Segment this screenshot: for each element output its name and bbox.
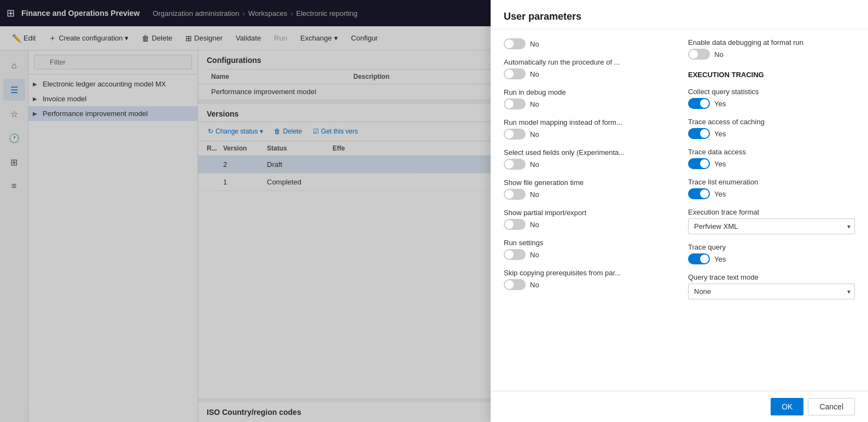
toggle-8-label: No bbox=[530, 251, 539, 259]
param-row-model-mapping: Run model mapping instead of form... No bbox=[504, 118, 671, 140]
ok-button[interactable]: OK bbox=[771, 398, 803, 415]
panel-header: User parameters bbox=[491, 0, 868, 30]
autorun-label: Automatically run the procedure of ... bbox=[504, 58, 671, 66]
trace-access-label: Trace access of caching bbox=[688, 118, 855, 126]
toggle-trace-list[interactable] bbox=[688, 188, 710, 199]
param-row-show-file-gen: Show file generation time No bbox=[504, 178, 671, 200]
param-row-collect-query: Collect query statistics Yes bbox=[688, 88, 855, 109]
toggle-6[interactable] bbox=[504, 189, 526, 200]
panel-right-col: Enable data debugging at format run No E… bbox=[688, 38, 855, 299]
skip-copying-label: Skip copying prerequisites from par... bbox=[504, 269, 671, 277]
toggle-enable-debug-label: No bbox=[714, 50, 724, 59]
toggle-4[interactable] bbox=[504, 129, 526, 140]
param-row-trace-list: Trace list enumeration Yes bbox=[688, 178, 855, 199]
toggle-9[interactable] bbox=[504, 279, 526, 290]
panel-columns: No Automatically run the procedure of ..… bbox=[504, 38, 855, 299]
toggle-enable-debug[interactable] bbox=[688, 49, 710, 60]
query-trace-mode-label: Query trace text mode bbox=[688, 273, 855, 281]
toggle-4-label: No bbox=[530, 130, 539, 138]
toggle-8[interactable] bbox=[504, 249, 526, 260]
toggle-1[interactable] bbox=[504, 38, 526, 49]
toggle-9-label: No bbox=[530, 281, 539, 289]
debug-label: Run in debug mode bbox=[504, 88, 671, 96]
panel-left-col: No Automatically run the procedure of ..… bbox=[504, 38, 671, 299]
execution-format-label: Execution trace format bbox=[688, 208, 855, 216]
execution-tracing-heading: EXECUTION TRACING bbox=[688, 71, 855, 79]
toggle-trace-data[interactable] bbox=[688, 158, 710, 169]
show-partial-label: Show partial import/export bbox=[504, 209, 671, 217]
param-row-trace-query: Trace query Yes bbox=[688, 243, 855, 264]
overlay: User parameters No Automatically run the… bbox=[0, 0, 868, 422]
toggle-trace-access-label: Yes bbox=[714, 130, 726, 138]
toggle-5-label: No bbox=[530, 160, 539, 169]
toggle-trace-access[interactable] bbox=[688, 128, 710, 139]
toggle-2[interactable] bbox=[504, 68, 526, 79]
model-mapping-label: Run model mapping instead of form... bbox=[504, 118, 671, 126]
param-row-autorun: Automatically run the procedure of ... N… bbox=[504, 58, 671, 79]
param-row-query-trace-mode: Query trace text mode NoneBasicFull ▾ bbox=[688, 273, 855, 299]
toggle-2-label: No bbox=[530, 70, 539, 78]
cancel-button[interactable]: Cancel bbox=[808, 398, 855, 415]
param-row-execution-tracing-heading: EXECUTION TRACING bbox=[688, 68, 855, 79]
toggle-3[interactable] bbox=[504, 99, 526, 109]
param-row-debug: Run in debug mode No bbox=[504, 88, 671, 109]
param-row-skip-copying: Skip copying prerequisites from par... N… bbox=[504, 269, 671, 290]
toggle-6-label: No bbox=[530, 190, 539, 199]
toggle-collect-query[interactable] bbox=[688, 98, 710, 109]
select-fields-label: Select used fields only (Experimenta... bbox=[504, 148, 671, 157]
toggle-trace-query-label: Yes bbox=[714, 255, 726, 263]
param-row-execution-format: Execution trace format Perfview XMLXMLJS… bbox=[688, 208, 855, 234]
toggle-trace-query[interactable] bbox=[688, 253, 710, 264]
toggle-trace-list-label: Yes bbox=[714, 190, 726, 198]
toggle-3-label: No bbox=[530, 100, 539, 108]
toggle-7-label: No bbox=[530, 221, 539, 229]
panel-title: User parameters bbox=[504, 11, 855, 22]
toggle-trace-data-label: Yes bbox=[714, 160, 726, 168]
param-row-enable-debug: Enable data debugging at format run No bbox=[688, 38, 855, 60]
toggle-7[interactable] bbox=[504, 219, 526, 230]
user-params-panel: User parameters No Automatically run the… bbox=[491, 0, 868, 422]
enable-debug-label: Enable data debugging at format run bbox=[688, 38, 855, 47]
param-row-toggle1: No bbox=[504, 38, 671, 49]
toggle-1-label: No bbox=[530, 40, 539, 48]
execution-format-select[interactable]: Perfview XMLXMLJSON bbox=[688, 218, 855, 234]
trace-data-label: Trace data access bbox=[688, 148, 855, 156]
toggle-5[interactable] bbox=[504, 159, 526, 170]
toggle-collect-query-label: Yes bbox=[714, 100, 726, 108]
show-file-gen-label: Show file generation time bbox=[504, 178, 671, 187]
param-row-run-settings: Run settings No bbox=[504, 239, 671, 260]
panel-body: No Automatically run the procedure of ..… bbox=[491, 30, 868, 391]
trace-list-label: Trace list enumeration bbox=[688, 178, 855, 186]
panel-footer: OK Cancel bbox=[491, 391, 868, 422]
param-row-trace-data: Trace data access Yes bbox=[688, 148, 855, 169]
trace-query-label: Trace query bbox=[688, 243, 855, 251]
query-trace-mode-select[interactable]: NoneBasicFull bbox=[688, 284, 855, 299]
param-row-trace-access: Trace access of caching Yes bbox=[688, 118, 855, 139]
param-row-select-fields: Select used fields only (Experimenta... … bbox=[504, 148, 671, 170]
collect-query-label: Collect query statistics bbox=[688, 88, 855, 96]
param-row-show-partial: Show partial import/export No bbox=[504, 209, 671, 230]
run-settings-label: Run settings bbox=[504, 239, 671, 247]
